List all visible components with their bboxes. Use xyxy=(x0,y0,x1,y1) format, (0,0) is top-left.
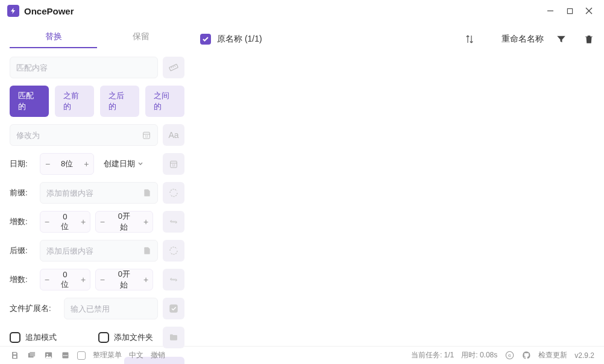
undo-label[interactable]: 撤销 xyxy=(151,350,165,360)
inc1-start-stepper: − 0开始 + xyxy=(95,211,153,233)
organize-checkbox[interactable] xyxy=(77,351,86,360)
svg-text:csv: csv xyxy=(63,354,68,357)
ext-check-icon[interactable] xyxy=(163,298,184,319)
inc2-start-plus[interactable]: + xyxy=(139,269,153,290)
match-input[interactable] xyxy=(16,63,151,72)
close-icon[interactable] xyxy=(585,7,593,15)
append-label: 追加模式 xyxy=(25,332,57,343)
modify-input-wrapper: 12 xyxy=(10,124,158,146)
app-title: OncePower xyxy=(24,6,74,16)
date-calendar-icon[interactable]: 12 xyxy=(163,153,184,175)
inc1-swap-icon[interactable] xyxy=(163,211,184,233)
image-stack-icon[interactable] xyxy=(27,351,36,360)
inc2-digits-plus[interactable]: + xyxy=(77,269,90,290)
calendar-icon[interactable]: 12 xyxy=(142,130,151,140)
minimize-icon[interactable] xyxy=(546,7,555,15)
inc2-start-value: 0开始 xyxy=(109,269,139,290)
date-type-dropdown[interactable]: 创建日期 xyxy=(99,153,148,175)
svg-rect-14 xyxy=(169,304,178,313)
date-digits-stepper: − 8位 + xyxy=(40,153,94,175)
inc1-start-plus[interactable]: + xyxy=(139,211,153,233)
csv-icon[interactable]: csv xyxy=(60,351,70,360)
original-label: 原名称 (1/1) xyxy=(217,34,262,45)
ext-label: 文件扩展名: xyxy=(10,303,59,314)
organize-label: 整理菜单 xyxy=(93,350,122,360)
ext-input-wrapper xyxy=(64,298,158,319)
suffix-label: 后缀: xyxy=(10,245,35,256)
inc2-label: 增数: xyxy=(10,274,35,285)
svg-text:12: 12 xyxy=(172,164,175,167)
suffix-input[interactable] xyxy=(46,246,140,256)
inc1-digits-plus[interactable]: + xyxy=(77,211,90,233)
chip-between[interactable]: 之间的 xyxy=(145,86,184,117)
gitee-icon[interactable]: G xyxy=(505,351,514,360)
svg-line-5 xyxy=(171,67,172,68)
original-checkbox[interactable] xyxy=(200,34,211,45)
app-logo xyxy=(7,5,19,17)
renamed-label: 重命名名称 xyxy=(502,34,544,45)
prefix-cycle-icon[interactable] xyxy=(163,182,184,204)
date-label: 日期: xyxy=(10,158,35,169)
modify-input[interactable] xyxy=(16,131,139,140)
github-icon[interactable] xyxy=(521,351,531,360)
svg-rect-16 xyxy=(30,352,35,357)
svg-text:12: 12 xyxy=(145,135,148,138)
suffix-input-wrapper xyxy=(40,240,158,262)
inc1-start-value: 0开始 xyxy=(109,211,139,233)
image-icon[interactable] xyxy=(43,351,53,360)
inc1-start-minus[interactable]: − xyxy=(96,211,109,233)
filter-icon[interactable] xyxy=(556,34,567,45)
svg-line-7 xyxy=(175,66,175,67)
date-type-value: 创建日期 xyxy=(104,158,135,169)
sort-icon[interactable] xyxy=(464,34,475,45)
date-digits-minus[interactable]: − xyxy=(40,153,55,175)
inc1-digits-value: 0位 xyxy=(54,212,77,232)
append-checkbox[interactable] xyxy=(10,332,20,343)
inc1-digits-stepper: − 0位 + xyxy=(40,211,90,233)
inc2-digits-minus[interactable]: − xyxy=(40,269,54,290)
time-label: 用时: 0.08s xyxy=(461,350,497,360)
prefix-label: 前缀: xyxy=(10,187,35,198)
inc1-label: 增数: xyxy=(10,216,35,227)
inc2-start-stepper: − 0开始 + xyxy=(95,269,153,290)
ext-input xyxy=(71,304,151,313)
file-icon[interactable] xyxy=(143,189,151,197)
folder-icon[interactable] xyxy=(163,327,184,348)
inc2-swap-icon[interactable] xyxy=(163,269,184,290)
maximize-icon[interactable] xyxy=(565,7,574,15)
tab-keep[interactable]: 保留 xyxy=(97,27,184,48)
svg-text:G: G xyxy=(508,353,511,357)
suffix-cycle-icon[interactable] xyxy=(163,240,184,262)
version-label: v2.9.2 xyxy=(574,351,594,360)
tab-replace[interactable]: 替换 xyxy=(10,27,97,48)
file-icon[interactable] xyxy=(143,246,151,255)
addfolder-checkbox[interactable] xyxy=(98,332,109,343)
task-label: 当前任务: 1/1 xyxy=(411,350,454,360)
trash-icon[interactable] xyxy=(584,34,594,45)
date-digits-plus[interactable]: + xyxy=(79,153,93,175)
case-icon[interactable]: Aa xyxy=(163,124,184,146)
addfolder-label: 添加文件夹 xyxy=(114,332,153,343)
update-label[interactable]: 检查更新 xyxy=(538,350,567,360)
inc2-digits-stepper: − 0位 + xyxy=(40,269,90,290)
prefix-input[interactable] xyxy=(46,189,140,198)
prefix-input-wrapper xyxy=(40,182,158,204)
inc2-start-minus[interactable]: − xyxy=(96,269,109,290)
inc1-digits-minus[interactable]: − xyxy=(40,211,54,233)
ruler-icon[interactable] xyxy=(163,57,184,78)
date-digits-value: 8位 xyxy=(55,158,79,169)
chip-before[interactable]: 之前的 xyxy=(55,86,94,117)
chip-matched[interactable]: 匹配的 xyxy=(10,86,49,117)
svg-line-6 xyxy=(173,66,174,67)
chevron-down-icon xyxy=(137,161,143,167)
match-input-wrapper xyxy=(10,57,158,78)
svg-rect-1 xyxy=(567,8,572,13)
lang-label[interactable]: 中文 xyxy=(129,350,143,360)
svg-point-18 xyxy=(46,354,48,356)
inc2-digits-value: 0位 xyxy=(54,270,77,290)
save-icon[interactable] xyxy=(10,351,19,360)
chip-after[interactable]: 之后的 xyxy=(100,86,139,117)
